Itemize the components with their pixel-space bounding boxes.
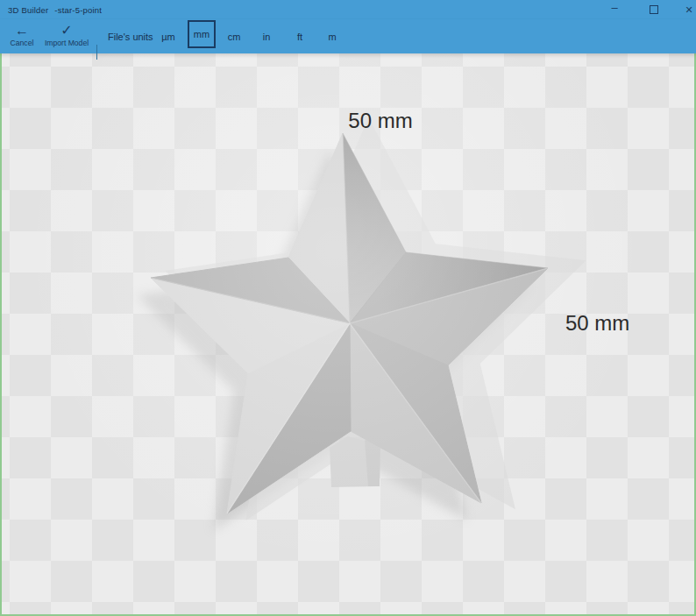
- app-name: 3D Builder: [8, 5, 48, 15]
- command-bar: ← Cancel ✓ Import Model File's units µm …: [0, 19, 696, 53]
- cancel-button[interactable]: ← Cancel: [2, 22, 42, 52]
- unit-button-um[interactable]: µm: [152, 19, 185, 53]
- minimize-icon: –: [611, 1, 617, 14]
- unit-button-m[interactable]: m: [316, 19, 349, 53]
- base-tab: [330, 436, 380, 487]
- dimension-label-top: 50 mm: [348, 109, 412, 133]
- check-icon: ✓: [42, 22, 91, 39]
- units-caption: File's units: [108, 19, 153, 53]
- import-model-label: Import Model: [42, 39, 91, 48]
- close-button[interactable]: ✕: [676, 0, 696, 19]
- maximize-icon: [650, 5, 658, 14]
- unit-button-in[interactable]: in: [250, 19, 283, 53]
- unit-button-cm[interactable]: cm: [217, 19, 251, 53]
- unit-button-ft[interactable]: ft: [283, 19, 316, 53]
- titlebar: 3D Builder-star-5-point – ✕: [0, 0, 696, 19]
- toolbar-divider: [96, 45, 97, 60]
- window-title: 3D Builder-star-5-point: [8, 0, 102, 19]
- cancel-label: Cancel: [2, 39, 42, 48]
- back-arrow-icon: ←: [2, 22, 42, 39]
- unit-button-mm[interactable]: mm: [188, 20, 216, 48]
- close-icon: ✕: [685, 4, 692, 15]
- minimize-button[interactable]: –: [601, 0, 628, 19]
- 3d-builder-window: 3D Builder-star-5-point – ✕ ← Cancel ✓ I…: [0, 0, 696, 616]
- file-name: -star-5-point: [54, 5, 102, 15]
- import-model-button[interactable]: ✓ Import Model: [42, 22, 91, 52]
- maximize-button[interactable]: [641, 0, 667, 19]
- dimension-label-right: 50 mm: [565, 311, 629, 336]
- viewport-canvas[interactable]: 50 mm 50 mm: [0, 53, 696, 616]
